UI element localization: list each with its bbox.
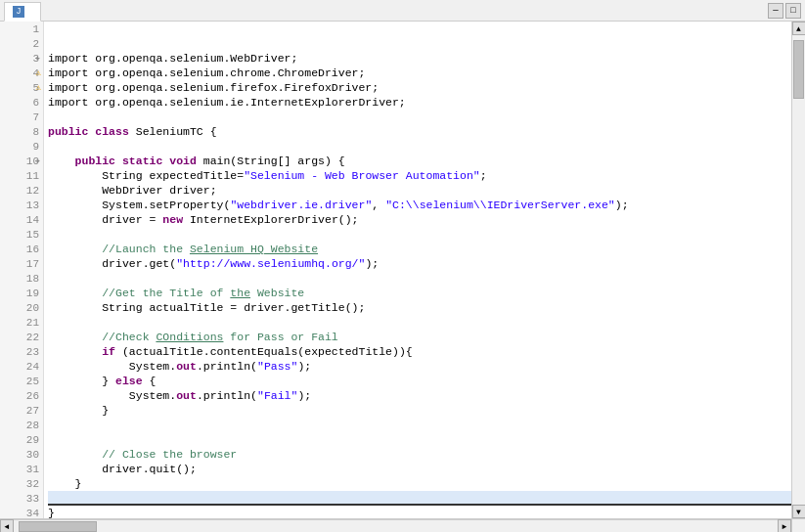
scroll-left-button[interactable]: ◄ <box>0 519 14 532</box>
editor-area: 123▸4⚠5⚠678910▸1112131415161718192021222… <box>0 22 805 518</box>
line-number-4: 4⚠ <box>0 66 43 80</box>
line-num-label: 33 <box>26 493 39 505</box>
code-line-31: driver.quit(); <box>48 462 791 476</box>
line-num-label: 15 <box>26 229 39 241</box>
line-num-label: 8 <box>32 126 39 138</box>
line-number-13: 13 <box>0 198 43 212</box>
code-line-26: System.out.println("Fail"); <box>48 388 791 403</box>
code-line-7 <box>48 110 791 124</box>
line-numbers: 123▸4⚠5⚠678910▸1112131415161718192021222… <box>0 22 44 518</box>
line-number-24: 24 <box>0 359 43 374</box>
code-line-27: } <box>48 403 791 418</box>
line-number-1: 1 <box>0 22 43 36</box>
line-number-32: 32 <box>0 476 43 491</box>
code-line-3: import org.openqa.selenium.WebDriver; <box>48 51 791 66</box>
editor-tab[interactable]: J <box>4 2 41 22</box>
code-line-32: } <box>48 476 791 491</box>
scroll-right-button[interactable]: ► <box>778 519 791 532</box>
code-line-2 <box>48 36 791 51</box>
line-num-label: 31 <box>26 464 39 475</box>
line-number-7: 7 <box>0 110 43 124</box>
vertical-scrollbar[interactable]: ▲ ▼ <box>791 22 805 518</box>
line-num-label: 26 <box>26 390 39 402</box>
java-file-icon: J <box>13 6 24 18</box>
warning2-icon: ⚠ <box>36 82 41 93</box>
scrollbar-corner <box>791 519 805 533</box>
code-line-23: if (actualTitle.contentEquals(expectedTi… <box>48 344 791 359</box>
code-line-16: //Launch the Selenium HQ Website <box>48 242 791 256</box>
line-number-15: 15 <box>0 227 43 242</box>
line-number-17: 17 <box>0 256 43 271</box>
line-num-label: 13 <box>26 200 39 211</box>
code-line-14: driver = new InternetExplorerDriver(); <box>48 212 791 227</box>
code-line-22: //Check COnditions for Pass or Fail <box>48 330 791 344</box>
line-num-label: 19 <box>26 288 39 299</box>
scroll-h-thumb[interactable] <box>19 521 97 532</box>
code-line-34: } <box>48 506 791 518</box>
expand-icon[interactable]: ▸ <box>36 155 41 166</box>
line-num-label: 20 <box>26 302 39 314</box>
tab-bar: J <box>4 1 768 21</box>
scroll-up-button[interactable]: ▲ <box>792 22 806 35</box>
code-line-13: System.setProperty("webdriver.ie.driver"… <box>48 198 791 212</box>
line-number-22: 22 <box>0 330 43 344</box>
code-line-4: import org.openqa.selenium.chrome.Chrome… <box>48 66 791 80</box>
code-line-25: } else { <box>48 374 791 388</box>
horizontal-scrollbar[interactable]: ◄ ► <box>0 519 791 533</box>
code-line-6: import org.openqa.selenium.ie.InternetEx… <box>48 95 791 110</box>
line-number-34: 34 <box>0 506 43 518</box>
expand-icon[interactable]: ▸ <box>36 53 41 64</box>
line-number-16: 16 <box>0 242 43 256</box>
code-line-30: // Close the browser <box>48 447 791 462</box>
bottom-bar: ◄ ► <box>0 518 805 532</box>
line-num-label: 1 <box>32 23 39 35</box>
line-num-label: 29 <box>26 434 39 446</box>
code-line-24: System.out.println("Pass"); <box>48 359 791 374</box>
line-number-25: 25 <box>0 374 43 388</box>
line-num-label: 12 <box>26 185 39 197</box>
code-editor[interactable]: import org.openqa.selenium.WebDriver;imp… <box>44 22 791 518</box>
line-number-3: 3▸ <box>0 51 43 66</box>
line-num-label: 14 <box>26 214 39 226</box>
scroll-thumb[interactable] <box>793 40 804 99</box>
scroll-track[interactable] <box>792 35 805 505</box>
line-num-label: 21 <box>26 317 39 329</box>
code-line-21 <box>48 315 791 330</box>
line-number-33: 33 <box>0 491 43 506</box>
line-number-26: 26 <box>0 388 43 403</box>
line-num-label: 22 <box>26 332 39 343</box>
line-num-label: 32 <box>26 478 39 490</box>
line-number-21: 21 <box>0 315 43 330</box>
line-num-label: 30 <box>26 449 39 461</box>
line-num-label: 27 <box>26 405 39 417</box>
code-line-19: //Get the Title of the Website <box>48 286 791 300</box>
code-line-18 <box>48 271 791 286</box>
line-num-label: 16 <box>26 244 39 255</box>
line-number-12: 12 <box>0 183 43 198</box>
line-number-18: 18 <box>0 271 43 286</box>
line-number-23: 23 <box>0 344 43 359</box>
code-line-9 <box>48 139 791 154</box>
line-number-2: 2 <box>0 36 43 51</box>
line-num-label: 23 <box>26 346 39 358</box>
line-number-28: 28 <box>0 418 43 432</box>
line-number-11: 11 <box>0 168 43 183</box>
code-line-10: public static void main(String[] args) { <box>48 154 791 168</box>
line-number-10: 10▸ <box>0 154 43 168</box>
code-line-8: public class SeleniumTC { <box>48 124 791 139</box>
scroll-down-button[interactable]: ▼ <box>792 505 806 518</box>
line-number-30: 30 <box>0 447 43 462</box>
minimize-button[interactable]: ─ <box>768 3 783 19</box>
maximize-button[interactable]: □ <box>785 3 801 19</box>
scroll-h-track[interactable] <box>14 520 778 533</box>
line-number-9: 9 <box>0 139 43 154</box>
code-line-33 <box>48 491 791 506</box>
line-number-8: 8 <box>0 124 43 139</box>
line-num-label: 11 <box>26 170 39 182</box>
warning-icon: ⚠ <box>36 67 41 78</box>
window-controls: ─ □ <box>768 3 801 19</box>
line-num-label: 2 <box>32 38 39 50</box>
line-num-label: 9 <box>32 141 39 153</box>
line-num-label: 24 <box>26 361 39 373</box>
code-line-17: driver.get("http://www.seleniumhq.org/")… <box>48 256 791 271</box>
